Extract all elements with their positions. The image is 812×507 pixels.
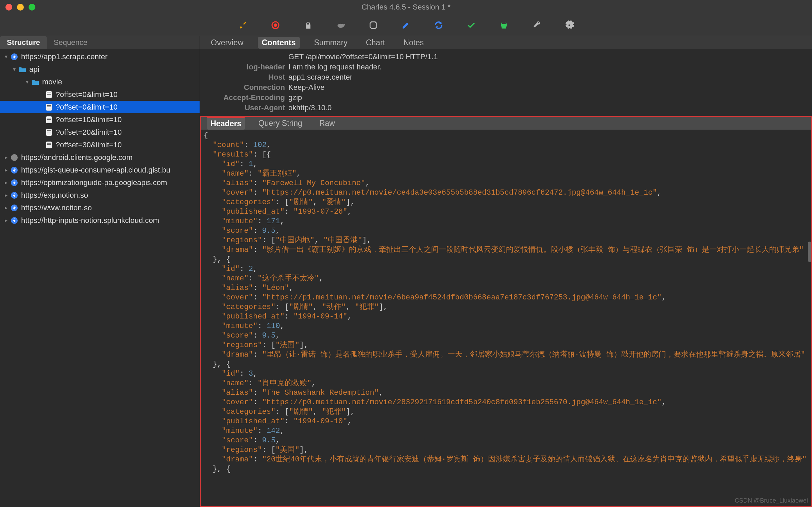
record-icon[interactable]	[271, 20, 280, 30]
tree-folder[interactable]: ▾ movie	[0, 76, 200, 88]
folder-icon	[18, 65, 27, 73]
lock-icon[interactable]	[303, 20, 313, 30]
tree-label: ?offset=10&limit=10	[56, 115, 122, 124]
svg-point-2	[337, 23, 344, 28]
svg-rect-17	[47, 132, 51, 132]
window-controls	[5, 4, 35, 11]
tree-folder[interactable]: ▾ api	[0, 63, 200, 76]
chevron-right-icon[interactable]: ▸	[3, 205, 10, 211]
tree-label: https://www.notion.so	[21, 203, 92, 212]
tree-request[interactable]: ?offset=20&limit=10	[0, 126, 200, 138]
tree-host[interactable]: ▾ https://app1.scrape.center	[0, 50, 200, 63]
tab-chart[interactable]: Chart	[362, 37, 389, 49]
tree-host[interactable]: ▸ https://http-inputs-notion.splunkcloud…	[0, 214, 200, 227]
tree-label: ?offset=0&limit=10	[56, 90, 118, 99]
window-title: Charles 4.6.5 - Session 1 *	[361, 3, 451, 12]
host-label: Host	[200, 73, 288, 82]
svg-rect-20	[47, 144, 51, 145]
minimize-window-icon[interactable]	[17, 4, 24, 11]
bolt-icon	[10, 204, 19, 212]
wrench-icon[interactable]	[532, 20, 541, 30]
check-icon[interactable]	[467, 20, 476, 30]
tree-label: https://http-inputs-notion.splunkcloud.c…	[21, 216, 159, 225]
close-window-icon[interactable]	[5, 4, 12, 11]
pen-icon[interactable]	[401, 20, 411, 30]
content-tabs: Overview Contents Summary Chart Notes	[200, 36, 812, 49]
tree-label: ?offset=30&limit=10	[56, 141, 122, 149]
turtle-icon[interactable]	[336, 20, 345, 30]
request-line: GET /api/movie/?offset=0&limit=10 HTTP/1…	[288, 52, 438, 61]
response-tabs: Headers Query String Raw	[201, 117, 811, 130]
tab-summary[interactable]: Summary	[310, 37, 352, 49]
content-panel: Overview Contents Summary Chart Notes GE…	[200, 36, 812, 507]
json-viewer[interactable]: { "count": 102, "results": [{ "id": 1, "…	[201, 130, 811, 506]
tree: ▾ https://app1.scrape.center ▾ api ▾ mov…	[0, 49, 200, 507]
accept-encoding-value: gzip	[288, 93, 302, 102]
connection-value: Keep-Alive	[288, 83, 324, 92]
bolt-icon	[10, 191, 19, 199]
refresh-icon[interactable]	[434, 20, 443, 30]
chevron-right-icon[interactable]: ▸	[3, 154, 10, 161]
gear-icon[interactable]	[564, 20, 574, 30]
host-value: app1.scrape.center	[288, 73, 352, 82]
tree-host[interactable]: ▸ https://exp.notion.so	[0, 189, 200, 201]
tree-request-selected[interactable]: ?offset=0&limit=10	[0, 101, 200, 113]
user-agent-value: okhttp/3.10.0	[288, 103, 332, 112]
tree-host[interactable]: ▸ https://android.clients.google.com	[0, 151, 200, 164]
svg-rect-8	[47, 94, 51, 95]
chevron-right-icon[interactable]: ▸	[3, 179, 10, 186]
svg-point-3	[343, 23, 345, 25]
bolt-icon	[10, 53, 19, 61]
request-overview: GET /api/movie/?offset=0&limit=10 HTTP/1…	[200, 49, 812, 116]
tree-label: ?offset=0&limit=10	[56, 103, 118, 112]
tab-headers[interactable]: Headers	[207, 117, 245, 130]
tree-label: https://gist-queue-consumer-api.cloud.gi…	[21, 166, 170, 175]
tree-request[interactable]: ?offset=30&limit=10	[0, 138, 200, 151]
chevron-down-icon[interactable]: ▾	[11, 66, 18, 72]
maximize-window-icon[interactable]	[29, 4, 35, 11]
svg-rect-11	[47, 107, 51, 107]
chevron-right-icon[interactable]: ▸	[3, 167, 10, 173]
scrollbar-thumb[interactable]	[808, 242, 811, 262]
bolt-icon	[10, 166, 19, 174]
toolbar	[0, 14, 812, 36]
chevron-right-icon[interactable]: ▸	[3, 192, 10, 198]
broom-icon[interactable]	[238, 20, 248, 30]
log-header-label: log-header	[200, 63, 288, 71]
tab-contents[interactable]: Contents	[258, 37, 300, 49]
chevron-down-icon[interactable]: ▾	[24, 79, 31, 85]
chevron-down-icon[interactable]: ▾	[3, 53, 10, 60]
tree-request[interactable]: ?offset=0&limit=10	[0, 88, 200, 101]
response-section: Headers Query String Raw { "count": 102,…	[200, 116, 812, 507]
bolt-icon	[10, 216, 19, 225]
file-icon	[44, 141, 54, 149]
sidebar-tabs: Structure Sequence	[0, 36, 200, 49]
svg-rect-10	[47, 105, 51, 106]
tab-notes[interactable]: Notes	[399, 37, 428, 49]
log-header-value: I am the log request header.	[288, 63, 382, 71]
tree-request[interactable]: ?offset=10&limit=10	[0, 113, 200, 126]
file-icon	[44, 116, 54, 124]
svg-rect-19	[47, 143, 51, 144]
svg-rect-7	[47, 93, 51, 93]
tab-raw[interactable]: Raw	[316, 117, 338, 129]
stop-icon[interactable]	[369, 20, 378, 30]
tree-label: https://optimizationguide-pa.googleapis.…	[21, 178, 167, 187]
tree-label: api	[29, 65, 39, 74]
tab-sequence[interactable]: Sequence	[47, 36, 94, 49]
tab-structure[interactable]: Structure	[0, 36, 47, 49]
sidebar: Structure Sequence ▾ https://app1.scrape…	[0, 36, 200, 507]
file-icon	[44, 128, 54, 136]
tree-host[interactable]: ▸ https://www.notion.so	[0, 201, 200, 214]
tree-host[interactable]: ▸ https://optimizationguide-pa.googleapi…	[0, 176, 200, 189]
tab-query-string[interactable]: Query String	[255, 117, 306, 129]
svg-rect-13	[47, 118, 51, 118]
tree-host[interactable]: ▸ https://gist-queue-consumer-api.cloud.…	[0, 164, 200, 176]
tab-overview[interactable]: Overview	[207, 37, 248, 49]
basket-icon[interactable]	[499, 20, 509, 30]
tree-label: movie	[42, 78, 62, 86]
chevron-right-icon[interactable]: ▸	[3, 217, 10, 224]
file-icon	[44, 103, 54, 111]
folder-icon	[31, 78, 40, 86]
titlebar: Charles 4.6.5 - Session 1 *	[0, 0, 812, 14]
